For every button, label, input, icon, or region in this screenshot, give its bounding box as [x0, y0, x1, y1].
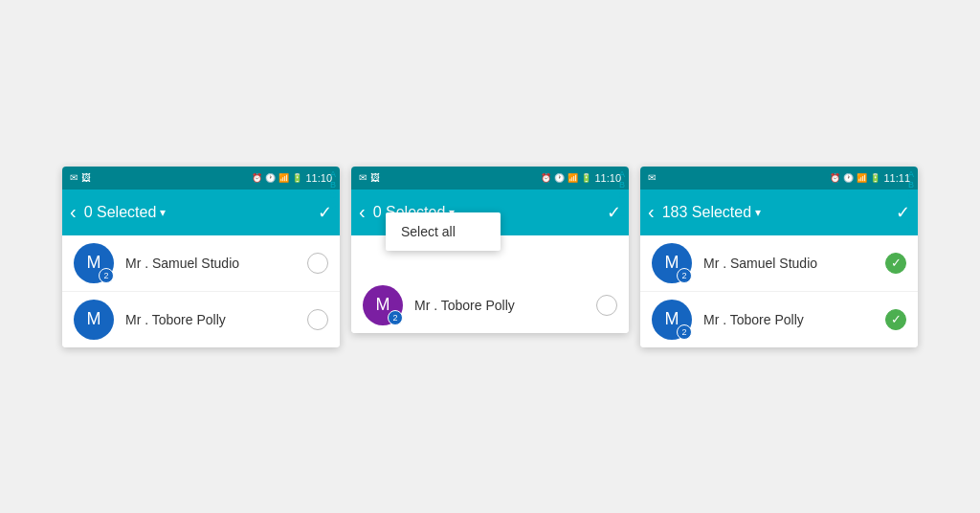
alpha-bar-2: A B C D E [615, 167, 629, 333]
alpha-bar-1: A B C D [326, 167, 340, 347]
badge-2-0: 2 [388, 310, 403, 325]
envelope-icon-2: ✉ [359, 172, 367, 183]
check-circle-3-0[interactable]: ✓ [885, 253, 906, 274]
avatar-1-1: M [74, 300, 114, 340]
signal-icon-2: 📶 [568, 173, 578, 183]
contact-name-3-1: Mr . Tobore Polly [703, 312, 878, 327]
avatar-3-0: M 2 [652, 243, 692, 283]
status-bar-2: ✉ 🖼 ⏰ 🕐 📶 🔋 11:10 [351, 167, 629, 190]
status-bar-right-3: ⏰ 🕐 📶 🔋 11:11 [830, 172, 910, 184]
status-bar-left-3: ✉ [648, 172, 656, 183]
dropdown-arrow-3: ▾ [755, 206, 761, 219]
contact-list-2: M 2 Mr . Tobore Polly [351, 278, 629, 333]
toolbar-3: ‹ 183 Selected ▾ ✓ [640, 190, 918, 235]
alarm-icon-3: 🕐 [843, 173, 854, 183]
dropdown-arrow-1: ▾ [160, 206, 166, 219]
avatar-1-0: M 2 [74, 243, 114, 283]
back-button-2[interactable]: ‹ [359, 201, 366, 223]
phone-screen-2: ✉ 🖼 ⏰ 🕐 📶 🔋 11:10 ‹ 0 Selected ▾ ✓ Selec… [351, 167, 629, 333]
selected-count-3[interactable]: 183 Selected ▾ [662, 204, 896, 221]
clock-icon-3: ⏰ [830, 173, 840, 183]
avatar-2-0: M 2 [363, 285, 403, 325]
check-circle-1-1[interactable] [307, 309, 328, 330]
badge-1-0: 2 [99, 268, 114, 283]
contact-name-3-0: Mr . Samuel Studio [703, 256, 878, 271]
status-bar-left-2: ✉ 🖼 [359, 172, 380, 183]
status-bar-right-1: ⏰ 🕐 📶 🔋 11:10 [252, 172, 332, 184]
alarm-icon: 🕐 [265, 173, 276, 183]
clock-icon: ⏰ [252, 173, 262, 183]
image-icon: 🖼 [81, 172, 91, 183]
envelope-icon-3: ✉ [648, 172, 656, 183]
screenshots-container: ✉ 🖼 ⏰ 🕐 📶 🔋 11:10 ‹ 0 Selected ▾ ✓ M [43, 147, 937, 367]
check-circle-2-0[interactable] [596, 295, 617, 316]
contact-name-1-1: Mr . Tobore Polly [125, 312, 300, 327]
clock-icon-2: ⏰ [541, 173, 551, 183]
contact-name-2-0: Mr . Tobore Polly [414, 298, 589, 313]
status-bar-1: ✉ 🖼 ⏰ 🕐 📶 🔋 11:10 [62, 167, 340, 190]
status-bar-right-2: ⏰ 🕐 📶 🔋 11:10 [541, 172, 621, 184]
contact-list-1: M 2 Mr . Samuel Studio M Mr . Tobore Pol… [62, 235, 340, 347]
signal-icon: 📶 [278, 173, 289, 183]
phone-screen-1: ✉ 🖼 ⏰ 🕐 📶 🔋 11:10 ‹ 0 Selected ▾ ✓ M [62, 167, 340, 347]
alarm-icon-2: 🕐 [554, 173, 565, 183]
signal-icon-3: 📶 [857, 173, 867, 183]
checkmark-icon-3-0: ✓ [891, 256, 902, 270]
contact-item-2-0[interactable]: M 2 Mr . Tobore Polly [351, 278, 629, 333]
contact-item-1-0[interactable]: M 2 Mr . Samuel Studio [62, 235, 340, 292]
battery-icon-3: 🔋 [870, 173, 880, 183]
toolbar-1: ‹ 0 Selected ▾ ✓ [62, 190, 340, 235]
envelope-icon: ✉ [70, 172, 78, 183]
phone-screen-3: ✉ ⏰ 🕐 📶 🔋 11:11 ‹ 183 Selected ▾ ✓ M 2 [640, 167, 918, 347]
check-circle-3-1[interactable]: ✓ [885, 309, 906, 330]
check-circle-1-0[interactable] [307, 253, 328, 274]
status-bar-left-1: ✉ 🖼 [70, 172, 91, 183]
badge-3-1: 2 [677, 324, 692, 340]
avatar-3-1: M 2 [652, 300, 692, 340]
contact-item-3-0[interactable]: M 2 Mr . Samuel Studio ✓ [640, 235, 918, 292]
selected-count-1[interactable]: 0 Selected ▾ [84, 204, 318, 221]
contact-item-3-1[interactable]: M 2 Mr . Tobore Polly ✓ [640, 292, 918, 347]
contact-item-1-1[interactable]: M Mr . Tobore Polly [62, 292, 340, 347]
back-button-3[interactable]: ‹ [648, 201, 655, 223]
battery-icon: 🔋 [292, 173, 302, 183]
alpha-bar-3: A B C D E F [904, 167, 918, 347]
badge-3-0: 2 [677, 268, 692, 283]
battery-icon-2: 🔋 [581, 173, 591, 183]
status-bar-3: ✉ ⏰ 🕐 📶 🔋 11:11 [640, 167, 918, 190]
back-button-1[interactable]: ‹ [70, 201, 77, 223]
select-all-option[interactable]: Select all [386, 212, 501, 251]
contact-name-1-0: Mr . Samuel Studio [125, 256, 300, 271]
contact-list-3: M 2 Mr . Samuel Studio ✓ M 2 Mr . Tobore… [640, 235, 918, 347]
checkmark-icon-3-1: ✓ [891, 312, 902, 326]
image-icon-2: 🖼 [370, 172, 380, 183]
dropdown-menu: Select all [386, 212, 501, 251]
